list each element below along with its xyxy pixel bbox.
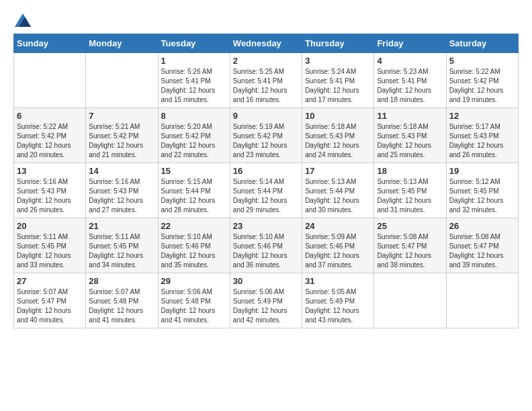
- day-info: Sunrise: 5:20 AMSunset: 5:42 PMDaylight:…: [161, 122, 227, 160]
- calendar-cell: 26Sunrise: 5:08 AMSunset: 5:47 PMDayligh…: [446, 218, 518, 273]
- calendar-cell: 8Sunrise: 5:20 AMSunset: 5:42 PMDaylight…: [158, 108, 230, 163]
- day-number: 30: [233, 276, 299, 286]
- calendar-cell: 12Sunrise: 5:17 AMSunset: 5:43 PMDayligh…: [446, 108, 518, 163]
- day-number: 19: [449, 166, 515, 176]
- calendar-cell: 19Sunrise: 5:12 AMSunset: 5:45 PMDayligh…: [446, 163, 518, 218]
- calendar-cell: 15Sunrise: 5:15 AMSunset: 5:44 PMDayligh…: [158, 163, 230, 218]
- day-number: 8: [161, 111, 227, 121]
- calendar-week-row: 13Sunrise: 5:16 AMSunset: 5:43 PMDayligh…: [14, 163, 519, 218]
- day-number: 25: [377, 221, 443, 231]
- day-info: Sunrise: 5:08 AMSunset: 5:47 PMDaylight:…: [449, 232, 515, 270]
- day-info: Sunrise: 5:22 AMSunset: 5:42 PMDaylight:…: [17, 122, 83, 160]
- calendar-cell: 21Sunrise: 5:11 AMSunset: 5:45 PMDayligh…: [86, 218, 158, 273]
- day-number: 15: [161, 166, 227, 176]
- calendar-cell: 4Sunrise: 5:23 AMSunset: 5:41 PMDaylight…: [374, 53, 446, 108]
- day-info: Sunrise: 5:19 AMSunset: 5:42 PMDaylight:…: [233, 122, 299, 160]
- day-info: Sunrise: 5:16 AMSunset: 5:43 PMDaylight:…: [17, 177, 83, 215]
- day-number: 24: [305, 221, 371, 231]
- calendar-cell: 31Sunrise: 5:05 AMSunset: 5:49 PMDayligh…: [302, 273, 374, 328]
- calendar-week-row: 1Sunrise: 5:26 AMSunset: 5:41 PMDaylight…: [14, 53, 519, 108]
- day-info: Sunrise: 5:07 AMSunset: 5:47 PMDaylight:…: [17, 287, 83, 325]
- day-number: 26: [449, 221, 515, 231]
- day-info: Sunrise: 5:24 AMSunset: 5:41 PMDaylight:…: [305, 67, 371, 105]
- day-number: 10: [305, 111, 371, 121]
- col-friday: Friday: [374, 34, 446, 53]
- calendar-cell: 29Sunrise: 5:06 AMSunset: 5:48 PMDayligh…: [158, 273, 230, 328]
- calendar-week-row: 27Sunrise: 5:07 AMSunset: 5:47 PMDayligh…: [14, 273, 519, 328]
- day-info: Sunrise: 5:06 AMSunset: 5:48 PMDaylight:…: [161, 287, 227, 325]
- day-info: Sunrise: 5:10 AMSunset: 5:46 PMDaylight:…: [161, 232, 227, 270]
- calendar-cell: 2Sunrise: 5:25 AMSunset: 5:41 PMDaylight…: [230, 53, 302, 108]
- logo-icon: [15, 13, 31, 27]
- calendar-week-row: 6Sunrise: 5:22 AMSunset: 5:42 PMDaylight…: [14, 108, 519, 163]
- day-info: Sunrise: 5:16 AMSunset: 5:43 PMDaylight:…: [89, 177, 154, 215]
- day-info: Sunrise: 5:07 AMSunset: 5:48 PMDaylight:…: [89, 287, 154, 325]
- calendar-cell: 16Sunrise: 5:14 AMSunset: 5:44 PMDayligh…: [230, 163, 302, 218]
- day-info: Sunrise: 5:06 AMSunset: 5:49 PMDaylight:…: [233, 287, 299, 325]
- day-number: 3: [305, 56, 371, 66]
- calendar-cell: 13Sunrise: 5:16 AMSunset: 5:43 PMDayligh…: [14, 163, 86, 218]
- day-number: 22: [161, 221, 227, 231]
- calendar-cell: 6Sunrise: 5:22 AMSunset: 5:42 PMDaylight…: [14, 108, 86, 163]
- calendar-cell: 1Sunrise: 5:26 AMSunset: 5:41 PMDaylight…: [158, 53, 230, 108]
- day-info: Sunrise: 5:15 AMSunset: 5:44 PMDaylight:…: [161, 177, 227, 215]
- day-info: Sunrise: 5:17 AMSunset: 5:43 PMDaylight:…: [449, 122, 515, 160]
- calendar-cell: [14, 53, 86, 108]
- col-wednesday: Wednesday: [230, 34, 302, 53]
- day-info: Sunrise: 5:18 AMSunset: 5:43 PMDaylight:…: [377, 122, 443, 160]
- day-info: Sunrise: 5:18 AMSunset: 5:43 PMDaylight:…: [305, 122, 371, 160]
- day-number: 1: [161, 56, 227, 66]
- calendar-cell: 23Sunrise: 5:10 AMSunset: 5:46 PMDayligh…: [230, 218, 302, 273]
- day-info: Sunrise: 5:26 AMSunset: 5:41 PMDaylight:…: [161, 67, 227, 105]
- day-info: Sunrise: 5:12 AMSunset: 5:45 PMDaylight:…: [449, 177, 515, 215]
- day-info: Sunrise: 5:13 AMSunset: 5:45 PMDaylight:…: [377, 177, 443, 215]
- calendar-cell: 14Sunrise: 5:16 AMSunset: 5:43 PMDayligh…: [86, 163, 158, 218]
- day-info: Sunrise: 5:05 AMSunset: 5:49 PMDaylight:…: [305, 287, 371, 325]
- day-info: Sunrise: 5:09 AMSunset: 5:46 PMDaylight:…: [305, 232, 371, 270]
- calendar-cell: 22Sunrise: 5:10 AMSunset: 5:46 PMDayligh…: [158, 218, 230, 273]
- calendar-cell: 20Sunrise: 5:11 AMSunset: 5:45 PMDayligh…: [14, 218, 86, 273]
- day-number: 17: [305, 166, 371, 176]
- calendar-cell: 24Sunrise: 5:09 AMSunset: 5:46 PMDayligh…: [302, 218, 374, 273]
- calendar-cell: 10Sunrise: 5:18 AMSunset: 5:43 PMDayligh…: [302, 108, 374, 163]
- day-number: 6: [17, 111, 83, 121]
- day-info: Sunrise: 5:11 AMSunset: 5:45 PMDaylight:…: [17, 232, 83, 270]
- day-number: 27: [17, 276, 83, 286]
- day-number: 20: [17, 221, 83, 231]
- calendar-cell: 7Sunrise: 5:21 AMSunset: 5:42 PMDaylight…: [86, 108, 158, 163]
- day-number: 12: [449, 111, 515, 121]
- calendar-cell: 17Sunrise: 5:13 AMSunset: 5:44 PMDayligh…: [302, 163, 374, 218]
- day-number: 16: [233, 166, 299, 176]
- col-monday: Monday: [86, 34, 158, 53]
- calendar-table: Sunday Monday Tuesday Wednesday Thursday…: [13, 34, 519, 328]
- calendar-cell: 9Sunrise: 5:19 AMSunset: 5:42 PMDaylight…: [230, 108, 302, 163]
- col-tuesday: Tuesday: [158, 34, 230, 53]
- day-info: Sunrise: 5:13 AMSunset: 5:44 PMDaylight:…: [305, 177, 371, 215]
- calendar-cell: 27Sunrise: 5:07 AMSunset: 5:47 PMDayligh…: [14, 273, 86, 328]
- calendar-cell: 3Sunrise: 5:24 AMSunset: 5:41 PMDaylight…: [302, 53, 374, 108]
- day-info: Sunrise: 5:08 AMSunset: 5:47 PMDaylight:…: [377, 232, 443, 270]
- day-number: 21: [89, 221, 154, 231]
- calendar-header-row: Sunday Monday Tuesday Wednesday Thursday…: [14, 34, 519, 53]
- calendar-cell: 11Sunrise: 5:18 AMSunset: 5:43 PMDayligh…: [374, 108, 446, 163]
- day-info: Sunrise: 5:25 AMSunset: 5:41 PMDaylight:…: [233, 67, 299, 105]
- calendar-cell: 5Sunrise: 5:22 AMSunset: 5:42 PMDaylight…: [446, 53, 518, 108]
- logo: [13, 13, 31, 27]
- calendar-cell: [86, 53, 158, 108]
- day-number: 13: [17, 166, 83, 176]
- page-header: [13, 13, 519, 27]
- calendar-cell: [446, 273, 518, 328]
- day-number: 5: [449, 56, 515, 66]
- day-info: Sunrise: 5:14 AMSunset: 5:44 PMDaylight:…: [233, 177, 299, 215]
- day-number: 11: [377, 111, 443, 121]
- day-number: 2: [233, 56, 299, 66]
- calendar-week-row: 20Sunrise: 5:11 AMSunset: 5:45 PMDayligh…: [14, 218, 519, 273]
- day-number: 18: [377, 166, 443, 176]
- day-info: Sunrise: 5:10 AMSunset: 5:46 PMDaylight:…: [233, 232, 299, 270]
- col-sunday: Sunday: [14, 34, 86, 53]
- day-number: 7: [89, 111, 154, 121]
- day-number: 4: [377, 56, 443, 66]
- col-saturday: Saturday: [446, 34, 518, 53]
- calendar-cell: [374, 273, 446, 328]
- day-number: 14: [89, 166, 154, 176]
